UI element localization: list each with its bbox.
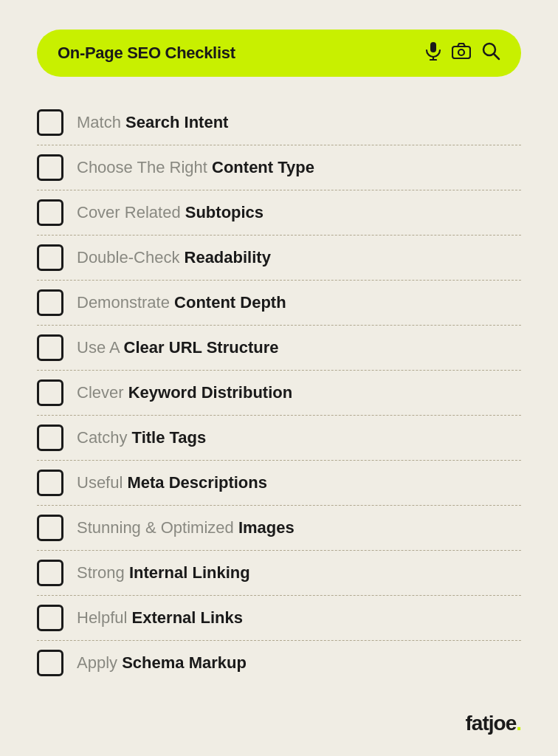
item-label-3: Cover Related Subtopics [77,202,264,224]
item-label-8: Catchy Title Tags [77,427,206,449]
checkbox-12[interactable] [37,605,63,631]
list-item: Cover Related Subtopics [37,190,521,236]
seo-checklist: Match Search Intent Choose The Right Con… [37,100,521,685]
list-item: Match Search Intent [37,100,521,145]
checkbox-3[interactable] [37,199,63,226]
checkbox-8[interactable] [37,425,63,451]
svg-point-4 [458,49,464,55]
checkbox-9[interactable] [37,470,63,496]
item-label-2: Choose The Right Content Type [77,157,314,179]
item-label-6: Use A Clear URL Structure [77,337,278,359]
item-label-11: Strong Internal Linking [77,563,250,584]
checkbox-6[interactable] [37,334,63,361]
brand-dot: . [516,712,521,735]
list-item: Catchy Title Tags [37,416,521,461]
camera-icon[interactable] [452,43,471,63]
brand-name: fatjoe [466,712,517,735]
list-item: Strong Internal Linking [37,551,521,596]
item-label-9: Useful Meta Descriptions [77,472,267,494]
checkbox-11[interactable] [37,560,63,586]
icon-group [425,41,500,65]
list-item: Use A Clear URL Structure [37,326,521,371]
checkbox-10[interactable] [37,515,63,541]
checkbox-4[interactable] [37,244,63,271]
list-item: Stunning & Optimized Images [37,506,521,551]
item-label-5: Demonstrate Content Depth [77,292,286,314]
list-item: Helpful External Links [37,596,521,641]
list-item: Double-Check Readability [37,236,521,281]
item-label-4: Double-Check Readability [77,247,271,269]
list-item: Apply Schema Markup [37,641,521,685]
checkbox-2[interactable] [37,154,63,181]
page-title: On-Page SEO Checklist [58,44,235,63]
item-label-1: Match Search Intent [77,112,228,134]
checkbox-13[interactable] [37,650,63,676]
item-label-12: Helpful External Links [77,608,243,629]
search-icon[interactable] [481,41,500,65]
item-label-10: Stunning & Optimized Images [77,518,294,539]
item-label-7: Clever Keyword Distribution [77,382,292,404]
list-item: Demonstrate Content Depth [37,281,521,326]
checkbox-5[interactable] [37,289,63,316]
svg-line-6 [494,54,499,59]
list-item: Useful Meta Descriptions [37,461,521,506]
item-label-13: Apply Schema Markup [77,653,247,674]
svg-rect-3 [452,47,470,58]
search-bar: On-Page SEO Checklist [37,30,521,77]
checkbox-1[interactable] [37,109,63,136]
svg-rect-0 [430,42,436,52]
brand-logo: fatjoe. [466,712,521,735]
mic-icon[interactable] [425,41,441,65]
checkbox-7[interactable] [37,379,63,406]
list-item: Choose The Right Content Type [37,145,521,190]
list-item: Clever Keyword Distribution [37,371,521,416]
